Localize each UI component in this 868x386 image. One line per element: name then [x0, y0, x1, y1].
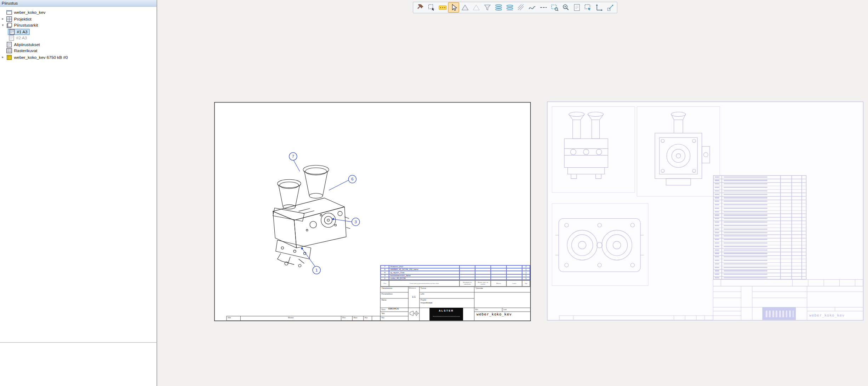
- surface-lines-icon: [494, 3, 503, 11]
- tree-item-label: #1 A3: [16, 29, 29, 34]
- prev-label: Ent.: [475, 309, 478, 311]
- parts-list: 7 ilmatorvi_lyhyt 2 6 WEBER_45_DCOE_152_…: [380, 265, 530, 280]
- filter-tool[interactable]: [481, 2, 493, 13]
- designed-label: Suun.: [381, 309, 386, 311]
- tree-item-model[interactable]: ▸ weber_koko_kev 6750 kB #0: [0, 54, 156, 61]
- hatch-tool[interactable]: [515, 2, 526, 13]
- projection-symbol-icon: [410, 311, 419, 316]
- tolerance-label: Yleistoleranssi: [381, 287, 392, 289]
- select-cursor-tool[interactable]: [448, 2, 459, 13]
- triangle-alt-tool[interactable]: [470, 2, 482, 13]
- drawing-sheet-2-preview[interactable]: weber_koko_kev: [547, 101, 863, 320]
- header-name: Osan nimi ja piirustusnumero tai muu alu…: [389, 281, 459, 286]
- worktitle-label: Työnimike: [475, 287, 483, 289]
- expander-icon[interactable]: ▸: [0, 54, 6, 60]
- floating-toolbar: [413, 2, 617, 13]
- spline-icon: [528, 3, 536, 11]
- surface-lines-alt-tool[interactable]: [504, 2, 515, 13]
- tree-item-label: Rasterikuvat: [13, 49, 38, 54]
- created-label: Luot: [503, 309, 507, 311]
- part-std: [459, 277, 475, 280]
- carburetor-isometric: [273, 165, 350, 267]
- table-divider: [801, 176, 802, 279]
- pick-box-tool[interactable]: [426, 2, 437, 13]
- part-name: runko_45_DCOE: [389, 277, 459, 280]
- drawing-name: weber_koko_kev: [476, 313, 512, 317]
- designed-value: SSBG4HLIS: [388, 308, 399, 311]
- parts-row: 1 runko_45_DCOE 1: [381, 276, 530, 279]
- parts-row: 4 aj_rajoitin_Osat 1: [381, 271, 530, 274]
- pick-box-icon: [427, 3, 435, 11]
- ghost-views: [555, 112, 710, 272]
- tree-item-sheet-1[interactable]: #1 A3: [0, 29, 156, 35]
- balloon-7-number: 7: [292, 154, 295, 158]
- tree-item-drawing-root[interactable]: weber_koko_kev: [0, 10, 156, 16]
- sheets-folder-icon: [6, 22, 13, 28]
- rev-col-hyv: Hyv: [365, 317, 367, 319]
- rev-col-pvm: Pvm: [342, 317, 346, 319]
- tree-item-subdrawings[interactable]: Alipiirustukset: [0, 41, 156, 48]
- selected-item-highlight: #1 A3: [8, 29, 30, 35]
- surface-label: Pinnankarkeus: [381, 293, 392, 295]
- projections-icon: [6, 16, 13, 22]
- app-window: 7 6 3 1 7 ilmatorvi_lyhy: [0, 0, 868, 386]
- filter-icon: [483, 3, 491, 11]
- code-label: Tunnus: [421, 287, 426, 289]
- tree-item-sheets[interactable]: ▾ Piirustusarkit: [0, 22, 156, 29]
- tree-item-sheet-2[interactable]: #2 A3: [0, 35, 156, 41]
- triangle-tool[interactable]: [459, 2, 470, 13]
- mass-label: Massa: [381, 299, 386, 301]
- measure-tool[interactable]: [437, 2, 448, 13]
- spline-tool[interactable]: [526, 2, 538, 13]
- part-qty: 1: [522, 277, 530, 280]
- table-divider: [792, 176, 792, 279]
- triangle-icon: [461, 3, 469, 11]
- tree-item-label: Alipiirustukset: [13, 42, 41, 47]
- axes-tool[interactable]: [593, 2, 605, 13]
- model-tree-panel: Piirustus weber_koko_kev ▸ Projektiot ▾ …: [0, 0, 157, 386]
- panel-splitter[interactable]: [0, 342, 156, 343]
- expander-icon[interactable]: ▾: [0, 22, 6, 28]
- cad-workspace: 7 6 3 1 7 ilmatorvi_lyhy: [0, 0, 868, 386]
- axes-icon: [595, 3, 603, 11]
- part-grade: [506, 277, 522, 280]
- balloon-1-number: 1: [315, 268, 318, 272]
- zoom-window-tool[interactable]: [549, 2, 560, 13]
- tree-item-projections[interactable]: ▸ Projektiot: [0, 16, 156, 22]
- pin-tool[interactable]: [415, 2, 426, 13]
- ghost-parts-table: [713, 175, 806, 279]
- zoom-tool[interactable]: [560, 2, 571, 13]
- tree-item-label: #2 A3: [15, 36, 28, 41]
- parts-list-header: Osa Osan nimi ja piirustusnumero tai muu…: [380, 280, 530, 287]
- sheet-page-icon: [8, 35, 15, 41]
- header-mat: Muoto, mat. tai merkki: [475, 281, 490, 286]
- drawing-sheet-1[interactable]: 7 6 3 1 7 ilmatorvi_lyhy: [214, 102, 531, 321]
- sheet-label: Lehti: [421, 293, 424, 295]
- select-window-icon: [584, 3, 592, 11]
- parts-row: 3 kellukekammion_kansi 1: [381, 274, 530, 276]
- orient-view-icon: [606, 3, 615, 11]
- company-logo-dots: [433, 316, 460, 317]
- project-value: imuputkisarjat: [421, 302, 432, 304]
- ghost-text-marks: [724, 177, 767, 279]
- project-label: Projekti: [421, 299, 426, 301]
- sheet-tool[interactable]: [571, 2, 582, 13]
- drawing-icon: [6, 10, 13, 16]
- view-frames: [552, 106, 720, 285]
- select-window-tool[interactable]: [582, 2, 594, 13]
- zoom-icon: [561, 3, 570, 11]
- subdrawing-icon: [6, 41, 13, 47]
- scale-value: 1:1: [408, 296, 419, 298]
- sheet-icon: [572, 3, 581, 11]
- tree-item-raster-images[interactable]: Rasterikuvat: [0, 48, 156, 54]
- table-divider: [721, 176, 722, 279]
- header-mass: Massa: [491, 281, 506, 286]
- header-std: Standardi tai vakiokoko: [459, 281, 475, 286]
- ghost-text-marks: [715, 177, 719, 279]
- orient-view-tool[interactable]: [605, 2, 616, 13]
- surface-lines-tool[interactable]: [493, 2, 504, 13]
- expander-icon[interactable]: ▸: [0, 16, 6, 22]
- select-cursor-icon: [449, 3, 458, 11]
- dashed-line-tool[interactable]: [537, 2, 549, 13]
- part-mat: [475, 277, 490, 280]
